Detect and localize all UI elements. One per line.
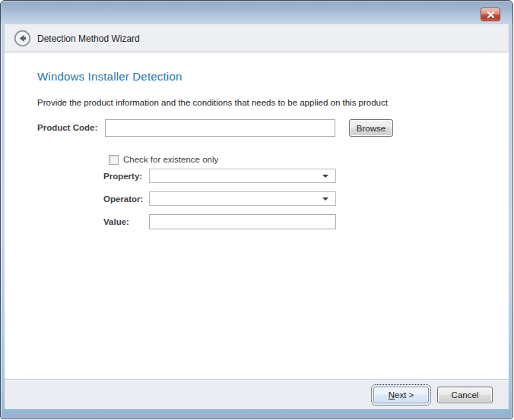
footer-bar: Next > Cancel: [5, 379, 509, 409]
browse-button[interactable]: Browse: [349, 119, 393, 137]
wizard-title: Detection Method Wizard: [37, 24, 140, 52]
existence-checkbox-label: Check for existence only: [123, 155, 218, 164]
wizard-window: Detection Method Wizard Windows Installe…: [0, 0, 513, 419]
page-content: Windows Installer Detection Provide the …: [5, 53, 509, 379]
product-code-input[interactable]: [105, 119, 335, 137]
value-input[interactable]: [149, 214, 336, 229]
property-dropdown[interactable]: [149, 169, 336, 183]
page-heading: Windows Installer Detection: [37, 70, 182, 83]
operator-label: Operator:: [103, 194, 143, 204]
cancel-button[interactable]: Cancel: [437, 387, 493, 403]
existence-checkbox[interactable]: [109, 155, 119, 165]
back-arrow-icon: [14, 30, 31, 47]
back-button[interactable]: [14, 30, 31, 47]
wizard-header: Detection Method Wizard: [5, 24, 509, 52]
next-button-label: ext >: [395, 390, 414, 399]
operator-dropdown[interactable]: [149, 191, 336, 206]
chevron-down-icon: [322, 197, 328, 201]
titlebar[interactable]: [1, 1, 512, 24]
property-label: Property:: [103, 172, 142, 181]
client-area: Detection Method Wizard Windows Installe…: [5, 24, 509, 410]
product-code-label: Product Code:: [37, 123, 97, 132]
close-icon: [487, 11, 495, 18]
value-label: Value:: [103, 217, 129, 226]
next-button[interactable]: Next >: [373, 387, 429, 403]
chevron-down-icon: [322, 175, 328, 178]
close-button[interactable]: [481, 8, 500, 21]
instruction-text: Provide the product information and the …: [37, 98, 388, 107]
next-button-mnemonic: N: [389, 390, 395, 399]
